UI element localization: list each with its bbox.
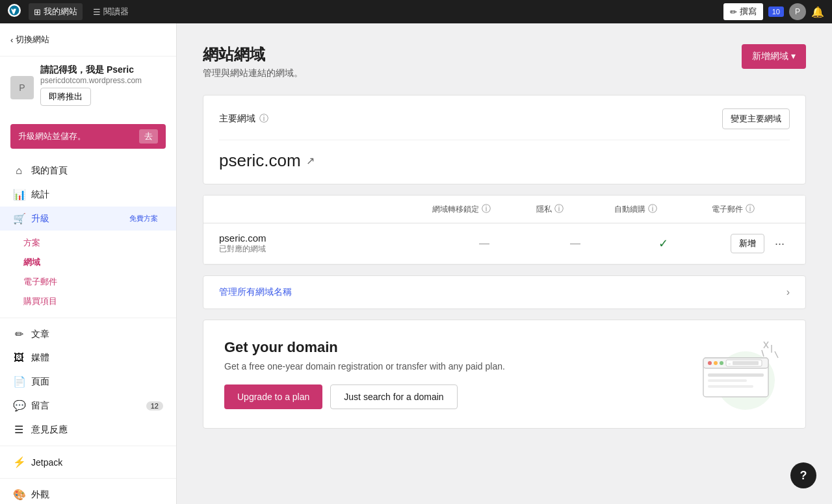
sidebar-pages-label: 頁面 — [31, 376, 49, 388]
col-header-email: 電子郵件 ⓘ — [712, 203, 790, 215]
sidebar-stats-label: 統計 — [31, 189, 49, 201]
get-domain-subtitle: Get a free one-year domain registration … — [224, 361, 505, 372]
write-label: 撰寫 — [740, 6, 757, 18]
subnav-domain[interactable]: 網域 — [13, 253, 176, 272]
svg-point-4 — [708, 361, 712, 365]
back-button[interactable]: ‹ 切換網站 — [10, 31, 49, 48]
sidebar-appearance-label: 外觀 — [31, 489, 49, 501]
upgrade-banner-text: 升級網站並儲存。 — [18, 131, 86, 142]
sidebar-upgrade-label: 升級 — [31, 213, 49, 225]
more-options-button[interactable]: ··· — [770, 234, 790, 253]
chevron-right-icon: › — [786, 286, 790, 298]
add-email-button[interactable]: 新增 — [731, 234, 764, 253]
subnav-purchase[interactable]: 購買項目 — [13, 292, 176, 311]
subnav-email[interactable]: 電子郵件 — [13, 272, 176, 292]
svg-line-16 — [762, 350, 764, 357]
reader-nav[interactable]: ☰ 閱讀器 — [88, 3, 134, 20]
sidebar-item-feedback[interactable]: ☰ 意見反應 — [0, 418, 176, 442]
help-label: ? — [800, 469, 807, 483]
sidebar-item-appearance[interactable]: 🎨 外觀 — [0, 483, 176, 504]
privacy-value: — — [570, 238, 580, 249]
sub-nav: 方案 網域 電子郵件 購買項目 — [0, 231, 176, 314]
media-icon: 🖼 — [13, 352, 25, 364]
primary-domain-info-icon[interactable]: ⓘ — [259, 113, 268, 125]
sidebar-comments-label: 留言 — [31, 400, 49, 412]
autorenew-checkmark: ✓ — [658, 236, 668, 251]
svg-line-15 — [775, 351, 778, 358]
sidebar-item-stats[interactable]: 📊 統計 — [0, 183, 176, 207]
topbar: ⊞ 我的網站 ☰ 閱讀器 ✏ 撰寫 10 P 🔔 — [0, 0, 832, 23]
cart-icon: 🛒 — [13, 212, 25, 225]
change-primary-button[interactable]: 變更主要網域 — [722, 108, 790, 129]
appearance-icon: 🎨 — [13, 488, 25, 501]
jetpack-icon: ⚡ — [13, 456, 25, 468]
avatar[interactable]: P — [789, 3, 806, 20]
posts-icon: ✏ — [13, 328, 25, 340]
privacy-info-icon[interactable]: ⓘ — [554, 203, 564, 215]
back-arrow-icon: ‹ — [10, 35, 13, 45]
transfer-info-icon[interactable]: ⓘ — [482, 203, 491, 215]
domain-table-header: 網域轉移鎖定 ⓘ 隱私 ⓘ 自動續購 ⓘ 電子郵件 ⓘ — [203, 195, 805, 223]
sidebar-item-upgrade[interactable]: 🛒 升級 免費方案 — [0, 207, 176, 231]
autorenew-info-icon[interactable]: ⓘ — [648, 203, 657, 215]
domain-name-cell: pseric.com 已對應的網域 — [219, 233, 432, 255]
sidebar-header: ‹ 切換網站 — [0, 23, 176, 57]
sidebar-media-label: 媒體 — [31, 352, 49, 364]
avatar-initials: P — [795, 7, 800, 16]
transfer-lock-cell: — — [432, 238, 536, 249]
autorenew-cell: ✓ — [614, 236, 712, 251]
upgrade-go-button[interactable]: 去 — [139, 129, 158, 144]
site-avatar: P — [10, 76, 34, 99]
content-area: 網站網域 管理與網站連結的網域。 新增網域 ▾ 主要網域 ⓘ 變更主要網域 ps… — [177, 23, 832, 504]
launch-button[interactable]: 即將推出 — [40, 88, 91, 106]
svg-rect-12 — [708, 385, 753, 388]
add-domain-button[interactable]: 新增網域 ▾ — [742, 44, 806, 69]
col-header-name — [219, 203, 432, 215]
search-domain-button[interactable]: Just search for a domain — [330, 384, 457, 409]
sidebar-home-label: 我的首頁 — [31, 165, 68, 177]
table-row: pseric.com 已對應的網域 — — ✓ 新增 ··· — [203, 223, 805, 264]
subnav-plan[interactable]: 方案 — [13, 233, 176, 253]
primary-domain-label: 主要網域 ⓘ — [219, 113, 268, 125]
back-label: 切換網站 — [16, 34, 49, 45]
email-actions-cell: 新增 ··· — [712, 234, 790, 253]
site-name: 請記得我，我是 Pseric — [40, 64, 142, 76]
bell-icon[interactable]: 🔔 — [811, 6, 824, 18]
stats-icon: 📊 — [13, 188, 25, 201]
external-link-icon[interactable]: ↗ — [306, 155, 315, 167]
my-site-label: 我的網站 — [44, 6, 77, 18]
primary-domain-header: 主要網域 ⓘ 變更主要網域 — [219, 108, 790, 140]
page-header: 網站網域 管理與網站連結的網域。 新增網域 ▾ — [203, 44, 806, 79]
wp-logo-icon — [8, 4, 21, 20]
manage-domains-link[interactable]: 管理所有網域名稱 — [219, 286, 292, 298]
svg-point-6 — [720, 361, 723, 365]
get-domain-left: Get your domain Get a free one-year doma… — [224, 339, 505, 409]
reader-label: 閱讀器 — [103, 6, 129, 18]
sidebar-item-pages[interactable]: 📄 頁面 — [0, 370, 176, 394]
page-subtitle: 管理與網站連結的網域。 — [203, 68, 303, 79]
domain-illustration: → — [694, 338, 785, 410]
email-info-icon[interactable]: ⓘ — [746, 203, 755, 215]
notification-badge: 10 — [768, 6, 784, 17]
sidebar-item-media[interactable]: 🖼 媒體 — [0, 346, 176, 370]
site-url: psericdotcom.wordpress.com — [40, 76, 142, 85]
sidebar-item-jetpack[interactable]: ⚡ Jetpack — [0, 450, 176, 474]
my-site-nav[interactable]: ⊞ 我的網站 — [29, 3, 83, 20]
sidebar-item-home[interactable]: ⌂ 我的首頁 — [0, 159, 176, 183]
primary-domain-card: 主要網域 ⓘ 變更主要網域 pseric.com ↗ — [203, 95, 806, 184]
write-button[interactable]: ✏ 撰寫 — [723, 3, 763, 20]
home-icon: ⌂ — [13, 165, 25, 177]
domain-name-text: pseric.com — [219, 233, 432, 244]
sidebar-item-posts[interactable]: ✏ 文章 — [0, 322, 176, 346]
sidebar-item-comments[interactable]: 💬 留言 12 — [0, 394, 176, 418]
sidebar-posts-label: 文章 — [31, 329, 49, 340]
comments-badge: 12 — [146, 401, 163, 410]
svg-rect-10 — [708, 373, 764, 377]
free-plan-badge: 免費方案 — [124, 213, 163, 224]
col-header-transfer: 網域轉移鎖定 ⓘ — [432, 203, 536, 215]
help-button[interactable]: ? — [790, 462, 816, 488]
page-title: 網站網域 — [203, 44, 303, 65]
col-header-autorenew: 自動續購 ⓘ — [614, 203, 712, 215]
upgrade-plan-button[interactable]: Upgrade to a plan — [224, 384, 322, 409]
svg-rect-9 — [733, 361, 759, 365]
